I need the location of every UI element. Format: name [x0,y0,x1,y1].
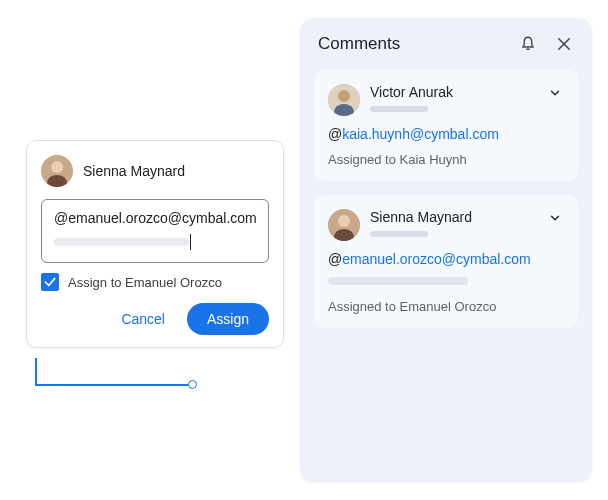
comment-header: Victor Anurak [328,84,564,116]
comment-meta: Victor Anurak [370,84,536,112]
timestamp-placeholder [370,231,428,237]
cancel-button[interactable]: Cancel [107,303,179,335]
comment-card: Victor Anurak @kaia.huynh@cymbal.com Ass… [314,70,578,181]
panel-header: Comments [314,34,578,54]
comment-card: Sienna Maynard @emanuel.orozco@cymbal.co… [314,195,578,328]
compose-author: Sienna Maynard [83,163,185,179]
comment-mention[interactable]: @emanuel.orozco@cymbal.com [328,251,564,267]
bell-icon[interactable] [518,34,538,54]
svg-point-1 [51,161,63,173]
close-icon[interactable] [554,34,574,54]
input-line-2 [54,234,256,250]
panel-title: Comments [318,34,400,54]
avatar [328,84,360,116]
comment-input[interactable]: @emanuel.orozco@cymbal.com [41,199,269,263]
comment-meta: Sienna Maynard [370,209,536,237]
chevron-down-icon[interactable] [546,84,564,102]
svg-point-4 [338,90,350,102]
anchor-dot [188,380,197,389]
text-caret [190,234,191,250]
assign-button[interactable]: Assign [187,303,269,335]
svg-point-7 [338,215,350,227]
mention-email: kaia.huynh@cymbal.com [342,126,499,142]
new-comment-card: Sienna Maynard @emanuel.orozco@cymbal.co… [26,140,284,348]
panel-icons [518,34,574,54]
comment-body-placeholder [328,277,468,285]
assigned-to-text: Assigned to Emanuel Orozco [328,299,564,314]
assign-checkbox-label: Assign to Emanuel Orozco [68,275,222,290]
compose-header: Sienna Maynard [41,155,269,187]
timestamp-placeholder [370,106,428,112]
comments-panel: Comments Victor Anurak @kaia.huynh@cymba… [300,18,592,482]
assign-row: Assign to Emanuel Orozco [41,273,269,291]
anchor-line [35,358,37,384]
assign-checkbox[interactable] [41,273,59,291]
comment-author: Sienna Maynard [370,209,536,225]
placeholder-bar [54,238,189,246]
assigned-to-text: Assigned to Kaia Huynh [328,152,564,167]
comment-header: Sienna Maynard [328,209,564,241]
anchor-line [35,384,192,386]
compose-actions: Cancel Assign [41,303,269,335]
chevron-down-icon[interactable] [546,209,564,227]
mention-email: emanuel.orozco@cymbal.com [342,251,531,267]
mention-text: @emanuel.orozco@cymbal.com [54,210,256,226]
avatar [41,155,73,187]
comment-author: Victor Anurak [370,84,536,100]
avatar [328,209,360,241]
comment-mention[interactable]: @kaia.huynh@cymbal.com [328,126,564,142]
